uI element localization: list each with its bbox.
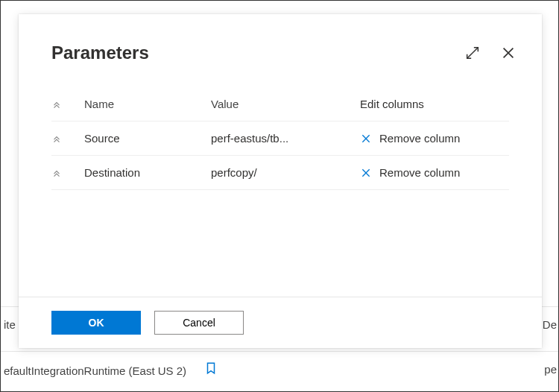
panel-body: Name Value Edit columns Source perf-east…: [19, 77, 542, 297]
panel-title: Parameters: [51, 42, 448, 63]
chevron-up-icon[interactable]: [51, 168, 84, 178]
parameters-panel: Parameters Name Value Edit columns: [19, 14, 542, 348]
expand-icon[interactable]: [461, 37, 484, 69]
panel-footer: OK Cancel: [19, 297, 542, 348]
param-value: perfcopy/: [211, 166, 360, 179]
table-row: Source perf-eastus/tb... Remove column: [51, 121, 509, 156]
bg-text-fragment: ite: [1, 318, 16, 331]
bg-text-fragment: De: [543, 318, 558, 331]
ok-button[interactable]: OK: [51, 311, 141, 335]
table-row: Destination perfcopy/ Remove column: [51, 156, 509, 190]
remove-column-label: Remove column: [379, 166, 460, 179]
panel-header: Parameters: [19, 14, 542, 77]
param-value: perf-eastus/tb...: [211, 132, 360, 145]
bg-text-fragment: pe: [544, 363, 558, 376]
edit-columns-header[interactable]: Edit columns: [360, 98, 509, 110]
value-column-header[interactable]: Value: [211, 98, 360, 110]
close-icon[interactable]: [497, 37, 519, 69]
name-column-header[interactable]: Name: [84, 98, 211, 110]
bookmark-icon[interactable]: [204, 364, 218, 377]
close-icon: [360, 167, 372, 179]
remove-column-button[interactable]: Remove column: [360, 166, 460, 179]
remove-column-button[interactable]: Remove column: [360, 132, 460, 145]
background-row: efaultIntegrationRuntime (East US 2) pe: [1, 351, 558, 387]
chevron-up-icon[interactable]: [51, 99, 84, 110]
integration-runtime-text: efaultIntegrationRuntime (East US 2): [1, 361, 218, 377]
grid-header-row: Name Value Edit columns: [51, 87, 509, 121]
remove-column-label: Remove column: [379, 132, 460, 145]
cancel-button[interactable]: Cancel: [154, 311, 244, 335]
param-name: Source: [84, 132, 211, 145]
close-icon: [360, 133, 372, 145]
chevron-up-icon[interactable]: [51, 133, 84, 144]
param-name: Destination: [84, 166, 211, 179]
